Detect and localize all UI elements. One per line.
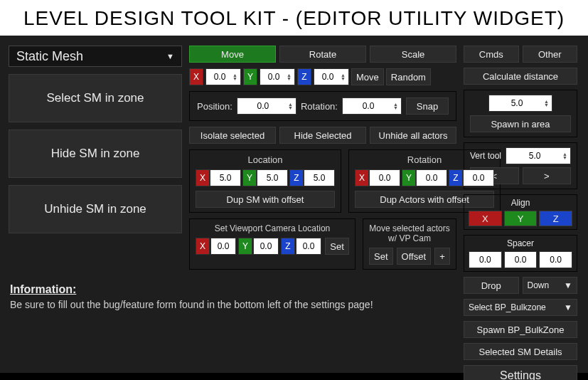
select-bp-dropdown[interactable]: Select BP_Bulkzone▼ (464, 299, 577, 316)
transform-tabs: Move Rotate Scale (189, 46, 456, 63)
cmds-button[interactable]: Cmds (464, 46, 519, 63)
spacer-3-input[interactable]: 0.0 (539, 251, 572, 268)
location-title: Location (196, 154, 335, 165)
drop-button[interactable]: Drop (464, 277, 519, 294)
align-panel: Align X Y Z (464, 194, 577, 230)
loc-z-input[interactable]: 5.0 (304, 169, 335, 186)
app-body: Static Mesh ▼ Select SM in zone Hide SM … (0, 36, 588, 373)
spacer-title: Spacer (469, 238, 572, 248)
spinner-arrows-icon: ▲▼ (542, 100, 549, 107)
move-button[interactable]: Move (351, 68, 384, 85)
hide-selected-button[interactable]: Hide Selected (279, 127, 366, 144)
viewport-panels: Set Viewport Camera Location X0.0 Y0.0 Z… (189, 218, 456, 270)
spinner-arrows-icon: ▲▼ (391, 102, 398, 110)
snap-position-input[interactable]: 0.0▲▼ (237, 97, 296, 115)
axis-z-label: Z (281, 238, 295, 255)
hide-sm-in-zone-button[interactable]: Hide SM in zone (9, 130, 182, 178)
spawn-in-area-button[interactable]: Spawn in area (470, 115, 571, 132)
xyz-row: X 0.0▲▼ Y 0.0▲▼ Z 0.0▲▼ Move Random (189, 68, 456, 85)
other-button[interactable]: Other (523, 46, 578, 63)
snap-rotation-input[interactable]: 0.0▲▼ (342, 97, 402, 115)
information-text: Be sure to fill out the bug/feature form… (10, 299, 460, 310)
loc-y-input[interactable]: 5.0 (257, 169, 288, 186)
vp-move-title: Move selected actors w/ VP Cam (369, 223, 450, 243)
vert-tool-input[interactable]: 5.0▲▼ (506, 147, 571, 164)
spinner-arrows-icon: ▲▼ (560, 152, 567, 159)
move-z-input[interactable]: 0.0▲▼ (314, 68, 349, 85)
information-block: Information: Be sure to fill out the bug… (10, 283, 460, 310)
axis-x-label: X (196, 169, 210, 186)
tab-rotate[interactable]: Rotate (279, 46, 366, 63)
axis-x-label: X (196, 238, 210, 255)
snap-button[interactable]: Snap (406, 97, 449, 115)
axis-x-label: X (189, 68, 203, 85)
vert-next-button[interactable]: > (523, 167, 572, 184)
align-y-button[interactable]: Y (504, 211, 538, 226)
rot-x-input[interactable]: 0.0 (369, 169, 400, 186)
loc-x-input[interactable]: 5.0 (210, 169, 241, 186)
tab-move[interactable]: Move (189, 46, 276, 63)
vp-move-plus-button[interactable]: + (434, 248, 450, 265)
align-z-button[interactable]: Z (539, 211, 572, 226)
axis-z-label: Z (449, 169, 463, 186)
spinner-arrows-icon: ▲▼ (284, 73, 292, 80)
vp-set-panel: Set Viewport Camera Location X0.0 Y0.0 Z… (189, 218, 356, 270)
axis-x-label: X (355, 169, 369, 186)
position-label: Position: (197, 101, 232, 112)
spacer-1-input[interactable]: 0.0 (469, 251, 502, 268)
random-button[interactable]: Random (386, 68, 431, 85)
unhide-all-button[interactable]: Unhide all actors (370, 127, 456, 144)
axis-y-label: Y (242, 169, 257, 186)
axis-z-label: Z (297, 68, 311, 85)
spawn-area-input[interactable]: 5.0▲▼ (488, 95, 552, 112)
move-x-input[interactable]: 0.0▲▼ (205, 68, 241, 85)
spinner-arrows-icon: ▲▼ (338, 73, 346, 80)
duplicate-panels: Location X5.0 Y5.0 Z5.0 Dup SM with offs… (189, 149, 456, 213)
dropdown-label: Static Mesh (16, 47, 83, 65)
dup-sm-offset-button[interactable]: Dup SM with offset (196, 191, 335, 208)
middle-column: Move Rotate Scale X 0.0▲▼ Y 0.0▲▼ Z 0.0▲… (189, 46, 456, 380)
left-column: Static Mesh ▼ Select SM in zone Hide SM … (9, 46, 182, 380)
align-x-button[interactable]: X (469, 211, 502, 226)
vp-y-input[interactable]: 0.0 (253, 238, 279, 255)
spacer-panel: Spacer 0.0 0.0 0.0 (464, 235, 577, 272)
select-sm-in-zone-button[interactable]: Select SM in zone (9, 74, 182, 122)
rot-y-input[interactable]: 0.0 (416, 169, 447, 186)
caret-down-icon: ▼ (564, 302, 572, 312)
spawn-area-panel: 5.0▲▼ Spawn in area (464, 90, 577, 137)
vert-tool-label: Vert tool (470, 151, 501, 161)
snap-panel: Position: 0.0▲▼ Rotation: 0.0▲▼ Snap (189, 91, 456, 121)
information-heading: Information: (10, 283, 460, 296)
caret-down-icon: ▼ (166, 47, 174, 65)
align-title: Align (469, 198, 572, 208)
rotation-label: Rotation: (301, 101, 338, 112)
vp-z-input[interactable]: 0.0 (296, 238, 321, 255)
selected-sm-details-button[interactable]: Selected SM Details (464, 343, 577, 360)
drop-dir-dropdown[interactable]: Down▼ (523, 277, 578, 294)
right-column: Cmds Other Calculate distance 5.0▲▼ Spaw… (464, 46, 577, 380)
axis-z-label: Z (289, 169, 304, 186)
spinner-arrows-icon: ▲▼ (286, 102, 293, 110)
axis-y-label: Y (238, 238, 252, 255)
spawn-bp-button[interactable]: Spawn BP_BulkZone (464, 321, 577, 338)
app-title: LEVEL DESIGN TOOL KIT - (EDITOR UTILITY … (0, 0, 588, 36)
calculate-distance-button[interactable]: Calculate distance (464, 68, 577, 85)
vp-x-input[interactable]: 0.0 (210, 238, 236, 255)
spinner-arrows-icon: ▲▼ (230, 73, 237, 80)
vp-set-title: Set Viewport Camera Location (196, 223, 349, 233)
hide-row: Isolate selected Hide Selected Unhide al… (189, 127, 456, 144)
axis-y-label: Y (402, 169, 416, 186)
actor-type-dropdown[interactable]: Static Mesh ▼ (9, 46, 182, 67)
isolate-selected-button[interactable]: Isolate selected (189, 127, 276, 144)
vp-set-button[interactable]: Set (325, 238, 349, 255)
spacer-2-input[interactable]: 0.0 (504, 251, 538, 268)
move-y-input[interactable]: 0.0▲▼ (260, 68, 295, 85)
vp-move-set-button[interactable]: Set (369, 248, 393, 265)
vp-move-offset-button[interactable]: Offset (397, 248, 431, 265)
rot-z-input[interactable]: 0.0 (463, 169, 494, 186)
axis-y-label: Y (243, 68, 257, 85)
unhide-sm-in-zone-button[interactable]: Unhide SM in zone (9, 185, 182, 233)
settings-button[interactable]: Settings (464, 365, 577, 380)
dup-location-panel: Location X5.0 Y5.0 Z5.0 Dup SM with offs… (189, 149, 341, 213)
tab-scale[interactable]: Scale (370, 46, 456, 63)
